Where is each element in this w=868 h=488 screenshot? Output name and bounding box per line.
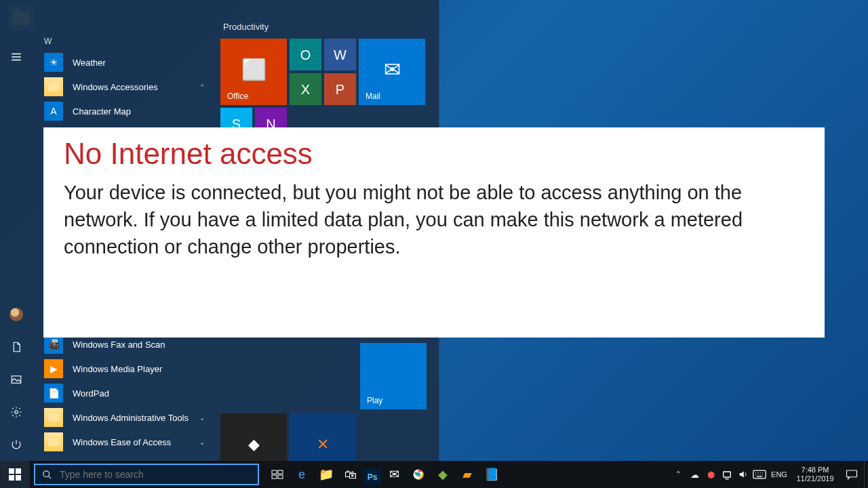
network-icon[interactable]: [719, 461, 735, 488]
folder-icon: [44, 432, 63, 451]
photoshop-icon[interactable]: Ps: [363, 468, 381, 486]
edge-icon[interactable]: e: [290, 461, 313, 488]
user-avatar-button[interactable]: [0, 298, 32, 331]
status-title: No Internet access: [64, 137, 804, 171]
app-tray-icon[interactable]: ⬢: [703, 461, 719, 488]
status-body: Your device is connected, but you might …: [64, 179, 804, 260]
app-character-map[interactable]: A Character Map: [32, 99, 215, 123]
letter-header[interactable]: W: [32, 33, 215, 50]
office-icon: ⬜: [241, 58, 267, 81]
clock[interactable]: 7:48 PM 11/21/2019: [791, 461, 840, 488]
tile-word[interactable]: W: [324, 39, 356, 70]
chrome-icon[interactable]: [407, 461, 430, 488]
taskbar: e 📁 🛍 Ps ✉ ◆ ▰ 📘 ˄ ☁ ⬢ ENG 7:: [0, 461, 868, 488]
search-input[interactable]: [58, 465, 258, 484]
system-tray: ˄ ☁ ⬢ ENG 7:48 PM 11/21/2019: [670, 461, 868, 488]
tile-excel[interactable]: X: [290, 73, 321, 105]
hamburger-button[interactable]: [0, 41, 32, 73]
fax-icon: 📠: [44, 335, 63, 354]
svg-rect-5: [16, 475, 21, 481]
svg-rect-14: [753, 470, 766, 479]
app-ease-of-access[interactable]: Windows Ease of Access ⌄: [32, 430, 215, 454]
language-indicator[interactable]: ENG: [768, 461, 791, 488]
outlook-icon: O: [300, 47, 311, 62]
svg-rect-9: [272, 475, 277, 479]
app-wordpad[interactable]: 📄 WordPad: [32, 381, 215, 405]
svg-point-1: [14, 411, 18, 414]
volume-icon[interactable]: [735, 461, 751, 488]
svg-rect-3: [16, 468, 21, 474]
group-title[interactable]: Productivity: [223, 22, 427, 32]
search-icon: [35, 470, 58, 480]
mail-app-icon[interactable]: ✉: [382, 461, 406, 488]
file-explorer-icon[interactable]: 📁: [315, 461, 338, 488]
start-side-rail: [0, 0, 32, 488]
app-admin-tools[interactable]: Windows Administrative Tools ⌄: [32, 405, 215, 430]
tile-office[interactable]: ⬜ Office: [220, 39, 287, 105]
svg-rect-4: [9, 475, 14, 481]
svg-rect-10: [278, 475, 283, 479]
app-green-icon[interactable]: ◆: [431, 461, 454, 488]
tile-play[interactable]: Play: [360, 343, 427, 409]
keyboard-icon[interactable]: [751, 461, 768, 488]
svg-rect-15: [847, 470, 857, 477]
chevron-up-icon: ⌃: [196, 75, 208, 99]
excel-icon: X: [301, 81, 310, 97]
app-weather[interactable]: ☀ Weather: [32, 50, 215, 75]
onedrive-icon[interactable]: ☁: [686, 461, 703, 488]
settings-button[interactable]: [0, 396, 32, 428]
power-button[interactable]: [0, 428, 32, 461]
tile-powerpoint[interactable]: P: [324, 73, 356, 105]
mail-icon: ✉: [384, 58, 401, 81]
action-center-button[interactable]: [840, 461, 864, 488]
svg-rect-2: [9, 468, 14, 474]
taskbar-pinned: e 📁 🛍 Ps ✉ ◆ ▰ 📘: [266, 461, 503, 488]
tile-office-apps: O W X P: [290, 39, 356, 105]
play-icon: ▶: [44, 359, 63, 378]
documents-button[interactable]: [0, 331, 32, 363]
tile-mail[interactable]: ✉ Mail: [359, 39, 425, 105]
chevron-down-icon: ⌄: [196, 430, 208, 454]
store-icon[interactable]: 🛍: [339, 461, 362, 488]
tray-overflow-button[interactable]: ˄: [670, 461, 686, 488]
chevron-down-icon: ⌄: [196, 405, 208, 430]
start-button[interactable]: [0, 461, 30, 488]
charmap-icon: A: [44, 102, 63, 121]
folder-icon: [44, 408, 63, 427]
network-status-panel: No Internet access Your device is connec…: [43, 127, 825, 338]
recorder-icon: ◆: [248, 436, 260, 453]
search-box[interactable]: [34, 464, 259, 485]
pictures-button[interactable]: [0, 363, 32, 396]
doc-icon: 📄: [44, 384, 63, 403]
powerpoint-icon: P: [336, 81, 344, 97]
word-icon: W: [334, 47, 347, 62]
svg-rect-8: [278, 470, 283, 474]
app-media-player[interactable]: ▶ Windows Media Player: [32, 357, 215, 381]
svg-rect-13: [724, 472, 731, 477]
tile-outlook[interactable]: O: [290, 39, 321, 70]
show-desktop-button[interactable]: [864, 461, 868, 488]
folder-icon: [44, 77, 63, 96]
svg-point-6: [43, 470, 49, 476]
sublime-icon[interactable]: ▰: [456, 461, 479, 488]
app-windows-accessories[interactable]: Windows Accessories ⌃: [32, 75, 215, 99]
app-misc-icon[interactable]: 📘: [480, 461, 503, 488]
xampp-icon: ✕: [317, 436, 329, 453]
svg-rect-7: [272, 470, 277, 474]
task-view-button[interactable]: [266, 461, 289, 488]
sun-icon: ☀: [44, 53, 63, 72]
